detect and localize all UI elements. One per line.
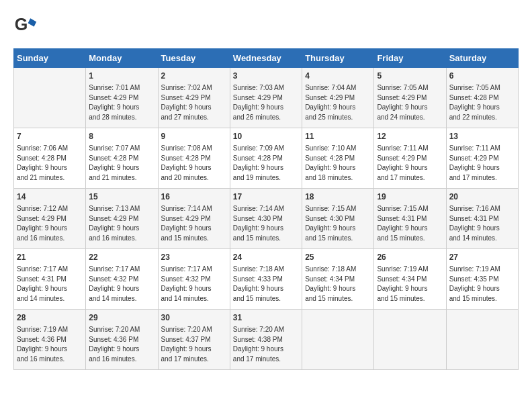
day-number: 4 [305,71,371,82]
day-info: Sunrise: 7:13 AM Sunset: 4:29 PM Dayligh… [89,204,154,243]
day-number: 7 [17,131,83,142]
day-info: Sunrise: 7:06 AM Sunset: 4:28 PM Dayligh… [17,144,83,183]
calendar-cell: 24Sunrise: 7:18 AM Sunset: 4:33 PM Dayli… [230,249,302,310]
day-number: 14 [17,191,83,203]
day-number: 17 [233,191,299,203]
day-number: 8 [89,131,154,142]
day-info: Sunrise: 7:18 AM Sunset: 4:34 PM Dayligh… [305,265,371,304]
day-info: Sunrise: 7:08 AM Sunset: 4:28 PM Dayligh… [161,144,227,183]
calendar-cell [374,310,446,370]
day-info: Sunrise: 7:20 AM Sunset: 4:37 PM Dayligh… [161,325,227,364]
calendar-header: SundayMondayTuesdayWednesdayThursdayFrid… [14,49,519,68]
header-day-sunday: Sunday [14,49,86,68]
calendar-cell: 23Sunrise: 7:17 AM Sunset: 4:32 PM Dayli… [158,249,230,310]
calendar-cell [14,68,86,128]
calendar-cell: 15Sunrise: 7:13 AM Sunset: 4:29 PM Dayli… [86,189,158,249]
logo: G [13,13,40,38]
day-number: 21 [17,252,83,263]
calendar-cell: 30Sunrise: 7:20 AM Sunset: 4:37 PM Dayli… [158,310,230,370]
day-number: 6 [449,71,515,82]
calendar-cell: 4Sunrise: 7:04 AM Sunset: 4:29 PM Daylig… [302,68,374,128]
calendar-cell: 19Sunrise: 7:15 AM Sunset: 4:31 PM Dayli… [374,189,446,249]
day-number: 25 [305,252,371,263]
calendar-cell: 18Sunrise: 7:15 AM Sunset: 4:30 PM Dayli… [302,189,374,249]
day-info: Sunrise: 7:09 AM Sunset: 4:28 PM Dayligh… [233,144,299,183]
calendar-cell: 1Sunrise: 7:01 AM Sunset: 4:29 PM Daylig… [86,68,158,128]
day-number: 12 [377,131,443,142]
calendar-week-5: 28Sunrise: 7:19 AM Sunset: 4:36 PM Dayli… [14,310,519,370]
day-number: 26 [377,252,443,263]
calendar-cell: 20Sunrise: 7:16 AM Sunset: 4:31 PM Dayli… [446,189,518,249]
calendar-week-3: 14Sunrise: 7:12 AM Sunset: 4:29 PM Dayli… [14,189,519,249]
day-number: 16 [161,191,227,203]
svg-marker-1 [28,18,37,27]
day-info: Sunrise: 7:19 AM Sunset: 4:34 PM Dayligh… [377,265,443,304]
calendar-cell: 16Sunrise: 7:14 AM Sunset: 4:29 PM Dayli… [158,189,230,249]
day-info: Sunrise: 7:15 AM Sunset: 4:30 PM Dayligh… [305,204,371,243]
calendar-table: SundayMondayTuesdayWednesdayThursdayFrid… [13,48,519,370]
calendar-cell: 10Sunrise: 7:09 AM Sunset: 4:28 PM Dayli… [230,128,302,189]
day-info: Sunrise: 7:02 AM Sunset: 4:29 PM Dayligh… [161,83,227,122]
calendar-body: 1Sunrise: 7:01 AM Sunset: 4:29 PM Daylig… [14,68,519,370]
calendar-cell: 3Sunrise: 7:03 AM Sunset: 4:29 PM Daylig… [230,68,302,128]
day-info: Sunrise: 7:20 AM Sunset: 4:38 PM Dayligh… [233,325,299,364]
calendar-cell: 27Sunrise: 7:19 AM Sunset: 4:35 PM Dayli… [446,249,518,310]
svg-text:G: G [15,15,28,34]
calendar-cell: 17Sunrise: 7:14 AM Sunset: 4:30 PM Dayli… [230,189,302,249]
calendar-cell: 6Sunrise: 7:05 AM Sunset: 4:28 PM Daylig… [446,68,518,128]
day-info: Sunrise: 7:16 AM Sunset: 4:31 PM Dayligh… [449,204,515,243]
day-number: 19 [377,191,443,203]
page-header: G [13,13,519,38]
day-info: Sunrise: 7:10 AM Sunset: 4:28 PM Dayligh… [305,144,371,183]
header-day-tuesday: Tuesday [158,49,230,68]
day-number: 30 [161,312,227,324]
header-day-monday: Monday [86,49,158,68]
calendar-cell: 29Sunrise: 7:20 AM Sunset: 4:36 PM Dayli… [86,310,158,370]
day-number: 9 [161,131,227,142]
calendar-cell: 26Sunrise: 7:19 AM Sunset: 4:34 PM Dayli… [374,249,446,310]
day-info: Sunrise: 7:18 AM Sunset: 4:33 PM Dayligh… [233,265,299,304]
day-info: Sunrise: 7:05 AM Sunset: 4:28 PM Dayligh… [449,83,515,122]
day-number: 23 [161,252,227,263]
day-info: Sunrise: 7:14 AM Sunset: 4:29 PM Dayligh… [161,204,227,243]
calendar-cell [446,310,518,370]
day-info: Sunrise: 7:20 AM Sunset: 4:36 PM Dayligh… [89,325,154,364]
day-info: Sunrise: 7:11 AM Sunset: 4:29 PM Dayligh… [377,144,443,183]
day-number: 29 [89,312,154,324]
calendar-cell: 9Sunrise: 7:08 AM Sunset: 4:28 PM Daylig… [158,128,230,189]
day-info: Sunrise: 7:05 AM Sunset: 4:29 PM Dayligh… [377,83,443,122]
day-info: Sunrise: 7:15 AM Sunset: 4:31 PM Dayligh… [377,204,443,243]
day-info: Sunrise: 7:11 AM Sunset: 4:29 PM Dayligh… [449,144,515,183]
day-number: 1 [89,71,154,82]
day-info: Sunrise: 7:17 AM Sunset: 4:32 PM Dayligh… [161,265,227,304]
header-day-friday: Friday [374,49,446,68]
calendar-cell: 12Sunrise: 7:11 AM Sunset: 4:29 PM Dayli… [374,128,446,189]
day-info: Sunrise: 7:04 AM Sunset: 4:29 PM Dayligh… [305,83,371,122]
day-number: 18 [305,191,371,203]
calendar-cell: 31Sunrise: 7:20 AM Sunset: 4:38 PM Dayli… [230,310,302,370]
calendar-week-2: 7Sunrise: 7:06 AM Sunset: 4:28 PM Daylig… [14,128,519,189]
calendar-cell: 2Sunrise: 7:02 AM Sunset: 4:29 PM Daylig… [158,68,230,128]
logo-icon: G [13,13,38,38]
header-day-thursday: Thursday [302,49,374,68]
day-info: Sunrise: 7:17 AM Sunset: 4:32 PM Dayligh… [89,265,154,304]
header-day-saturday: Saturday [446,49,518,68]
day-number: 10 [233,131,299,142]
day-info: Sunrise: 7:01 AM Sunset: 4:29 PM Dayligh… [89,83,154,122]
day-number: 24 [233,252,299,263]
day-number: 11 [305,131,371,142]
day-number: 2 [161,71,227,82]
day-info: Sunrise: 7:19 AM Sunset: 4:35 PM Dayligh… [449,265,515,304]
day-number: 22 [89,252,154,263]
day-number: 20 [449,191,515,203]
day-number: 3 [233,71,299,82]
calendar-week-1: 1Sunrise: 7:01 AM Sunset: 4:29 PM Daylig… [14,68,519,128]
calendar-cell: 13Sunrise: 7:11 AM Sunset: 4:29 PM Dayli… [446,128,518,189]
day-number: 28 [17,312,83,324]
header-row: SundayMondayTuesdayWednesdayThursdayFrid… [14,49,519,68]
calendar-cell: 14Sunrise: 7:12 AM Sunset: 4:29 PM Dayli… [14,189,86,249]
day-number: 27 [449,252,515,263]
calendar-cell: 28Sunrise: 7:19 AM Sunset: 4:36 PM Dayli… [14,310,86,370]
day-info: Sunrise: 7:03 AM Sunset: 4:29 PM Dayligh… [233,83,299,122]
calendar-cell: 21Sunrise: 7:17 AM Sunset: 4:31 PM Dayli… [14,249,86,310]
